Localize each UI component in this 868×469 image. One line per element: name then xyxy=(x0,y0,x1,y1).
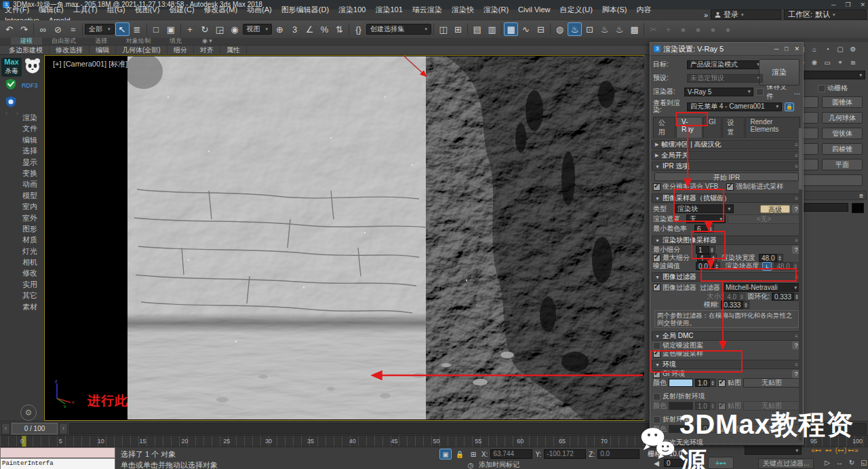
menu-item[interactable]: 渲染(R) xyxy=(479,5,513,14)
sidebar-item[interactable]: 相机 xyxy=(0,257,44,267)
sidebar-item[interactable]: 修改 xyxy=(0,267,44,278)
ringing-spinner[interactable]: 0.333 xyxy=(772,293,800,301)
menu-item[interactable]: 渲染101 xyxy=(370,5,407,14)
redo-icon[interactable]: ↷ xyxy=(17,22,31,36)
sampler-type-dropdown[interactable]: 渲染块▾ xyxy=(674,204,734,213)
scene-explorer-icon[interactable]: ▤ xyxy=(470,22,484,36)
select-and-rotate-icon[interactable]: ↻ xyxy=(198,22,212,36)
gi-multiplier-spinner[interactable]: 1.0 xyxy=(695,379,716,387)
next-frame-button[interactable]: › xyxy=(59,423,68,434)
snaps-toggle-icon[interactable]: 3 xyxy=(288,22,302,36)
align-icon[interactable]: ⊞ xyxy=(451,22,465,36)
login-dropdown[interactable]: 登录▾ xyxy=(711,10,781,20)
menu-item[interactable]: 创建(C) xyxy=(164,5,199,14)
menu-item[interactable]: 渲染100 xyxy=(334,5,370,14)
rollout-environment[interactable]: ▼环境≡ xyxy=(652,360,802,369)
percent-snap-icon[interactable]: % xyxy=(317,22,332,36)
menu-item[interactable]: 瑞云渲染 xyxy=(408,5,447,14)
disabled-circle-1[interactable]: ● xyxy=(676,22,690,36)
sidebar-item[interactable]: 渲染 xyxy=(0,112,44,123)
rollout-framebuffer[interactable]: ▶帧缓冲区 | 高级汉化≡ xyxy=(652,140,802,149)
render-setup-icon[interactable]: ♨ xyxy=(568,22,582,36)
blue-noise-checkbox[interactable] xyxy=(653,350,660,358)
ribbon-tab[interactable]: 选择 xyxy=(85,37,117,45)
save-file-checkbox[interactable] xyxy=(756,88,764,96)
curve-editor-icon[interactable]: ∿ xyxy=(519,22,533,36)
view-to-render-dropdown[interactable]: 四元菜单 4 - Camera001▾ xyxy=(687,102,782,111)
object-type-button[interactable]: 管状体 xyxy=(822,128,863,139)
min-subdiv-spinner[interactable]: 1 xyxy=(696,246,715,254)
menu-item[interactable]: 脚本(S) xyxy=(597,5,632,14)
menu-item[interactable]: 组(G) xyxy=(102,5,130,14)
time-slider-handle[interactable]: 0 / 100 xyxy=(12,423,58,434)
vray-dialog-tab[interactable]: 公用 xyxy=(653,117,675,138)
select-by-name-icon[interactable]: ≣ xyxy=(130,22,144,36)
close-button[interactable]: ✕ xyxy=(860,1,865,8)
menu-item[interactable]: 动画(A) xyxy=(242,5,277,14)
bind-to-space-warp-icon[interactable]: ≈ xyxy=(66,22,80,36)
sidebar-item[interactable]: 灯光 xyxy=(0,246,44,257)
tool-disabled-icon-1[interactable]: ✂ xyxy=(646,22,660,36)
render-mask-none-button[interactable]: <无> xyxy=(728,214,800,224)
render-flyout-icon[interactable]: ♨ xyxy=(612,22,627,36)
rollout-global-dmc[interactable]: ▼全局 DMC≡ xyxy=(652,331,802,341)
y-coordinate-field[interactable]: -100.172 xyxy=(544,449,586,459)
maxscript-mini-listener[interactable] xyxy=(0,447,115,458)
rollout-image-sampler[interactable]: ▼图像采样器（抗锯齿）≡ xyxy=(652,193,802,203)
sidebar-item[interactable]: 素材 xyxy=(0,301,44,312)
disabled-circle-3[interactable]: ● xyxy=(706,22,720,36)
maximize-button[interactable]: ❐ xyxy=(845,1,850,8)
sidebar-item[interactable]: 显示 xyxy=(0,157,44,168)
state-sets-icon[interactable]: ▩ xyxy=(627,22,642,36)
select-and-move-icon[interactable]: + xyxy=(183,22,197,36)
hierarchy-tab-icon[interactable]: ⌂ xyxy=(809,44,820,54)
cameras-category-icon[interactable]: ▭ xyxy=(822,58,833,67)
mirror-icon[interactable]: ◫ xyxy=(436,22,450,36)
menu-item[interactable]: Civil View xyxy=(513,5,555,14)
gi-color-swatch[interactable] xyxy=(669,379,693,387)
object-type-button[interactable]: 圆锥体 xyxy=(822,96,863,108)
object-type-button[interactable]: 几何球体 xyxy=(822,112,863,124)
ribbon-toggle-icon[interactable]: ▦ xyxy=(504,22,518,36)
angle-snap-icon[interactable]: ∠ xyxy=(302,22,317,36)
material-editor-icon[interactable]: ◍ xyxy=(553,22,567,36)
menu-item[interactable]: 视图(V) xyxy=(130,5,165,14)
spacewarps-category-icon[interactable]: ≋ xyxy=(848,58,859,67)
separator[interactable] xyxy=(82,23,83,35)
filter-type-dropdown[interactable]: Mitchell-Netravali▾ xyxy=(722,283,800,292)
separator[interactable] xyxy=(501,23,502,35)
sidebar-item[interactable]: 模型 xyxy=(0,190,44,201)
save-file-browse-button[interactable]: ... xyxy=(794,88,800,96)
rollout-image-filter[interactable]: ▼图像过滤器≡ xyxy=(652,272,802,282)
blur-spinner[interactable]: 0.333 xyxy=(721,301,749,309)
window-crossing-toggle-icon[interactable]: ▣ xyxy=(164,22,178,36)
render-production-icon[interactable]: ♨ xyxy=(597,22,612,36)
ribbon-tab[interactable]: 建模 xyxy=(11,37,42,45)
sidebar-item[interactable]: 变换 xyxy=(0,168,44,179)
use-pivot-point-center-icon[interactable]: ⊕ xyxy=(273,22,287,36)
green-shield-icon[interactable] xyxy=(5,78,17,92)
lock-view-icon[interactable]: 🔒 xyxy=(785,102,794,111)
vray-dialog-tab[interactable]: V-Ray xyxy=(676,117,703,138)
disabled-circle-4[interactable]: ● xyxy=(721,22,735,36)
z-coordinate-field[interactable]: 0.0 xyxy=(597,449,639,459)
motion-tab-icon[interactable]: ◔ xyxy=(822,44,833,54)
blue-shield-icon[interactable] xyxy=(5,96,17,109)
render-button[interactable]: 渲染 xyxy=(759,59,800,86)
sidebar-item[interactable]: 实用 xyxy=(0,279,44,290)
spinner-snap-icon[interactable]: ⇅ xyxy=(332,22,347,36)
sidebar-item[interactable]: 动画 xyxy=(0,179,44,189)
min-shading-spinner[interactable]: 6 xyxy=(694,225,714,233)
select-object-icon[interactable]: ↖ xyxy=(115,22,130,36)
ribbon-tab[interactable]: 填充 xyxy=(160,37,191,45)
menu-item[interactable]: 工具(T) xyxy=(68,5,102,14)
undo-icon[interactable]: ↶ xyxy=(2,22,16,36)
menu-item[interactable]: 渲染快 xyxy=(447,5,479,14)
max-subdiv-checkbox[interactable] xyxy=(653,255,660,262)
menu-overflow-icon[interactable]: » xyxy=(704,11,708,19)
ribbon-group[interactable]: 对齐 xyxy=(194,45,220,55)
filter-size-spinner[interactable]: 4.0 xyxy=(724,293,745,301)
lights-category-icon[interactable]: ❋ xyxy=(809,58,820,67)
rollout-block-sampler[interactable]: ▼渲染块图像采样器≡ xyxy=(652,236,802,245)
max-antivirus-badge[interactable]: Max杀毒 xyxy=(1,58,22,77)
